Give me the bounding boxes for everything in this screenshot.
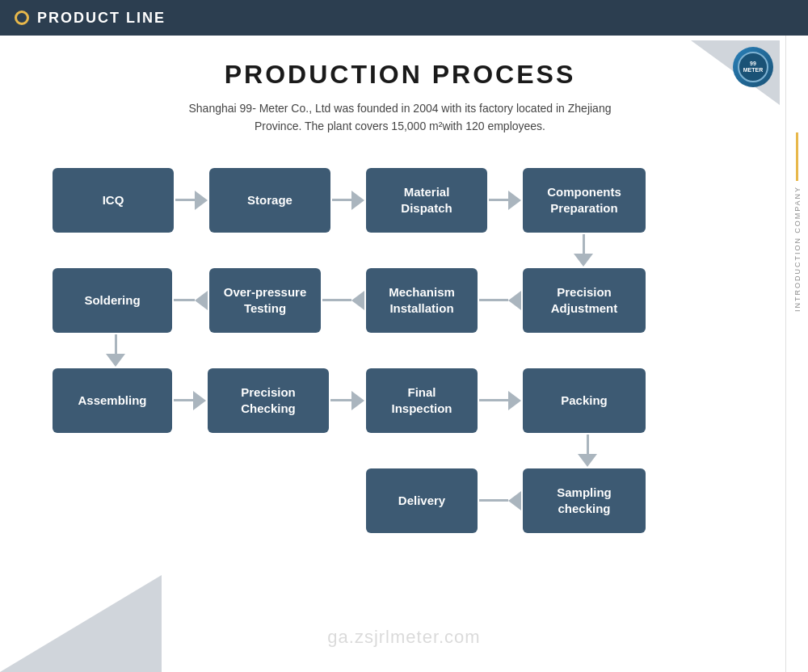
box-sampling-checking: Sampling checking xyxy=(523,468,646,533)
bottom-triangle-left xyxy=(0,575,162,672)
box-components-preparation: Components Preparation xyxy=(523,168,646,233)
box-final-inspection: Final Inspection xyxy=(366,368,478,433)
arrow-soldering-assembling xyxy=(111,334,120,367)
arrow-comp-precision xyxy=(579,234,588,267)
header-bar: PRODUCT LINE xyxy=(0,0,808,36)
box-precision-checking: Precision Checking xyxy=(208,368,329,433)
arrow-finalinspection-packing xyxy=(479,396,521,405)
arrow-assembling-precisionchecking xyxy=(174,396,206,405)
main-content: PRODUCTION PROCESS Shanghai 99- Meter Co… xyxy=(0,36,808,628)
page-title: PRODUCTION PROCESS xyxy=(32,60,768,90)
logo-circle: 99METER xyxy=(733,47,773,87)
header-circle-icon xyxy=(15,10,29,25)
header-title: PRODUCT LINE xyxy=(37,10,166,27)
arrow-icq-storage xyxy=(175,195,208,205)
box-delivery: Delivery xyxy=(366,468,478,533)
arrow-precision-mechanism xyxy=(479,296,521,305)
arrow-precisionchecking-finalinspection xyxy=(330,396,364,405)
box-mechanism-installation: Mechanism Installation xyxy=(366,268,478,333)
box-precision-adjustment: Precision Adjustment xyxy=(523,268,646,333)
box-icq: ICQ xyxy=(53,168,174,233)
watermark: ga.zsjrlmeter.com xyxy=(327,627,480,648)
arrow-material-components xyxy=(489,195,521,205)
box-over-pressure: Over-pressure Testing xyxy=(209,268,321,333)
flow-diagram: ICQ Storage Material Dispatch Components… xyxy=(53,160,747,612)
box-soldering: Soldering xyxy=(53,268,172,333)
arrow-overpressure-soldering xyxy=(174,296,208,305)
subtitle: Shanghai 99- Meter Co., Ltd was founded … xyxy=(32,99,768,136)
box-assembling: Assembling xyxy=(53,368,172,433)
logo-text: 99METER xyxy=(743,61,764,74)
box-material-dispatch: Material Dispatch xyxy=(366,168,487,233)
arrow-mechanism-overpressure xyxy=(322,296,364,305)
arrow-packing-sampling xyxy=(583,435,592,467)
box-storage: Storage xyxy=(209,168,330,233)
logo-inner: 99METER xyxy=(738,52,768,82)
arrow-sampling-delivery xyxy=(479,496,521,506)
arrow-storage-material xyxy=(332,195,364,205)
box-packing: Packing xyxy=(523,368,646,433)
